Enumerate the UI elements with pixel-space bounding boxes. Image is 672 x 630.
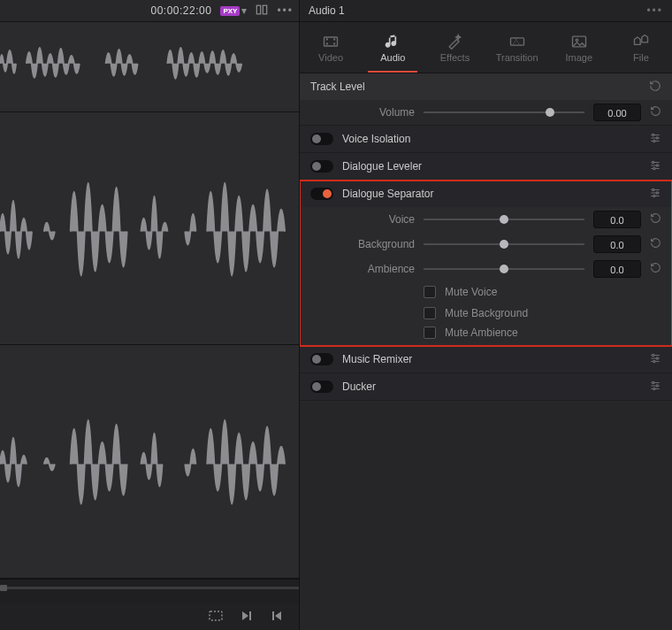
tab-video[interactable]: Video bbox=[300, 22, 362, 73]
transport-controls bbox=[0, 603, 299, 630]
svg-point-12 bbox=[576, 39, 578, 42]
sliders-icon[interactable] bbox=[649, 380, 661, 395]
proxy-badge[interactable]: PXY bbox=[220, 6, 240, 16]
audio-track-1[interactable] bbox=[0, 22, 299, 112]
volume-reset-icon[interactable] bbox=[650, 105, 661, 119]
svg-point-8 bbox=[334, 39, 335, 40]
ds-voice-slider[interactable] bbox=[424, 219, 584, 220]
tab-transition[interactable]: Transition bbox=[486, 22, 548, 73]
ds-voice-reset-icon[interactable] bbox=[650, 212, 661, 227]
timecode-display[interactable]: 00:00:22:00 bbox=[150, 4, 211, 17]
volume-label: Volume bbox=[310, 106, 415, 119]
mute-ambience-checkbox[interactable] bbox=[424, 327, 436, 339]
dialogue-separator-label: Dialogue Separator bbox=[342, 188, 433, 200]
svg-point-23 bbox=[653, 195, 655, 196]
tab-file[interactable]: File bbox=[610, 22, 672, 73]
section-ducker: Ducker bbox=[300, 373, 672, 401]
tab-audio[interactable]: Audio bbox=[362, 22, 424, 73]
svg-point-28 bbox=[656, 384, 658, 386]
music-remixer-toggle[interactable] bbox=[310, 353, 333, 365]
voice-isolation-toggle[interactable] bbox=[310, 133, 333, 145]
svg-rect-4 bbox=[272, 611, 274, 620]
timeline-panel: 00:00:22:00 PXY ▾ ••• bbox=[0, 0, 300, 630]
svg-point-13 bbox=[653, 134, 654, 135]
svg-rect-5 bbox=[325, 37, 338, 46]
sliders-icon[interactable] bbox=[649, 132, 661, 147]
chevron-down-icon[interactable]: ▾ bbox=[241, 4, 247, 17]
mute-background-checkbox[interactable] bbox=[424, 307, 436, 319]
svg-point-29 bbox=[653, 388, 655, 389]
svg-point-27 bbox=[653, 381, 654, 383]
ds-amb-slider[interactable] bbox=[424, 268, 584, 270]
prev-icon[interactable] bbox=[271, 610, 283, 625]
audio-track-3[interactable] bbox=[0, 345, 299, 579]
section-voice-isolation: Voice Isolation bbox=[300, 126, 672, 153]
svg-point-15 bbox=[653, 140, 655, 142]
svg-rect-3 bbox=[249, 611, 251, 620]
ds-amb-label: Ambience bbox=[310, 263, 415, 275]
track-level-label: Track Level bbox=[310, 81, 365, 93]
audio-tracks bbox=[0, 22, 299, 579]
dialogue-leveler-toggle[interactable] bbox=[310, 160, 333, 173]
mute-voice-checkbox[interactable] bbox=[424, 286, 436, 298]
svg-point-22 bbox=[656, 191, 658, 193]
next-icon[interactable] bbox=[241, 610, 253, 625]
ducker-label: Ducker bbox=[342, 380, 376, 393]
svg-point-16 bbox=[653, 161, 654, 163]
inspector-more-icon[interactable]: ••• bbox=[646, 4, 663, 17]
dialogue-separator-toggle[interactable] bbox=[310, 188, 333, 200]
section-dialogue-separator: Dialogue Separator Voice 0.0 Background bbox=[300, 181, 672, 346]
tab-image[interactable]: Image bbox=[548, 22, 610, 73]
mute-background-label: Mute Background bbox=[445, 307, 528, 319]
volume-slider[interactable] bbox=[424, 111, 584, 113]
music-remixer-label: Music Remixer bbox=[342, 353, 412, 365]
mute-voice-label: Mute Voice bbox=[445, 286, 497, 298]
svg-point-26 bbox=[653, 360, 655, 362]
svg-point-25 bbox=[656, 357, 658, 358]
ds-voice-value[interactable]: 0.0 bbox=[593, 211, 641, 228]
svg-rect-2 bbox=[210, 611, 222, 620]
svg-point-18 bbox=[653, 167, 655, 169]
inspector-title-bar: Audio 1 ••• bbox=[300, 0, 672, 22]
playhead-bar[interactable] bbox=[0, 579, 299, 603]
ds-amb-value[interactable]: 0.0 bbox=[593, 260, 641, 278]
tab-effects[interactable]: Effects bbox=[424, 22, 485, 73]
voice-isolation-label: Voice Isolation bbox=[342, 133, 410, 145]
svg-point-17 bbox=[656, 164, 658, 165]
svg-point-6 bbox=[326, 39, 327, 40]
svg-rect-1 bbox=[263, 5, 267, 14]
svg-point-7 bbox=[326, 43, 327, 44]
dialogue-leveler-label: Dialogue Leveler bbox=[342, 160, 422, 173]
ducker-toggle[interactable] bbox=[310, 380, 333, 393]
mute-ambience-label: Mute Ambience bbox=[445, 327, 518, 339]
ds-bg-value[interactable]: 0.0 bbox=[593, 235, 641, 253]
ds-bg-slider[interactable] bbox=[424, 243, 584, 245]
audio-track-2[interactable] bbox=[0, 112, 299, 346]
inspector-empty-area bbox=[300, 401, 672, 630]
loop-icon[interactable] bbox=[209, 610, 223, 625]
section-track-level: Track Level Volume 0.00 bbox=[300, 73, 672, 126]
sliders-icon[interactable] bbox=[649, 352, 661, 367]
section-music-remixer: Music Remixer bbox=[300, 346, 672, 373]
inspector-panel: Audio 1 ••• Video Audio Effects Transiti… bbox=[300, 0, 672, 630]
volume-value[interactable]: 0.00 bbox=[593, 104, 641, 121]
timeline-header: 00:00:22:00 PXY ▾ ••• bbox=[0, 0, 299, 22]
ds-amb-reset-icon[interactable] bbox=[650, 262, 661, 276]
section-dialogue-leveler: Dialogue Leveler bbox=[300, 153, 672, 181]
ds-bg-label: Background bbox=[310, 238, 415, 250]
svg-point-21 bbox=[653, 188, 654, 190]
svg-rect-0 bbox=[257, 5, 261, 14]
ds-bg-reset-icon[interactable] bbox=[650, 237, 661, 251]
sliders-icon[interactable] bbox=[649, 159, 661, 174]
inspector-title: Audio 1 bbox=[309, 4, 345, 17]
inspector-tabs: Video Audio Effects Transition Image Fil… bbox=[300, 22, 672, 73]
svg-point-24 bbox=[653, 354, 654, 356]
ds-voice-label: Voice bbox=[310, 213, 415, 226]
more-icon[interactable]: ••• bbox=[277, 4, 294, 17]
svg-point-9 bbox=[334, 43, 335, 44]
sliders-icon[interactable] bbox=[649, 187, 661, 202]
svg-point-14 bbox=[656, 136, 658, 138]
columns-icon[interactable] bbox=[256, 4, 268, 19]
reset-icon[interactable] bbox=[649, 80, 661, 95]
